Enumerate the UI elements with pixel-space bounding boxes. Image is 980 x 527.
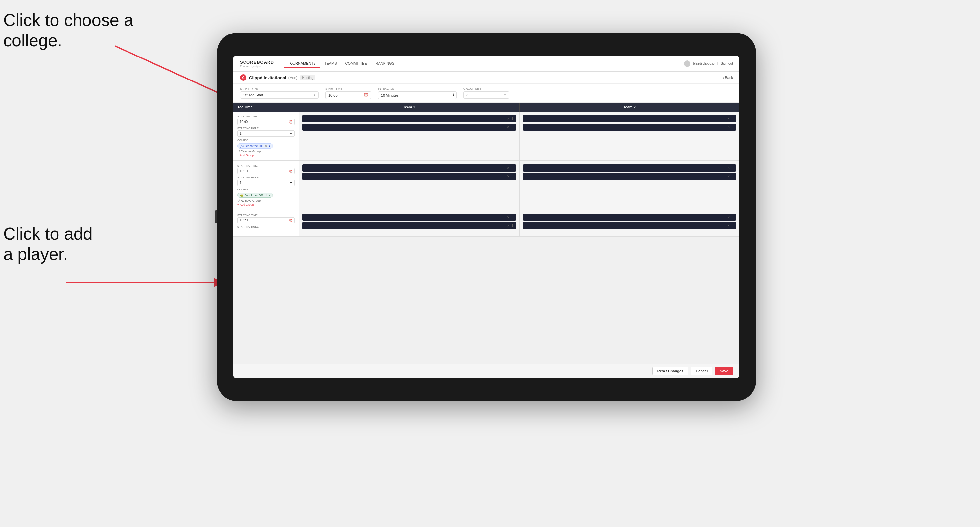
course-tag-2[interactable]: ⛳ East Lake GC ✕ ▼ (237, 192, 273, 198)
x-icon-3[interactable]: ✕ (727, 117, 730, 120)
course-tag-1[interactable]: (A) Peachtree GC ✕ ▼ (237, 143, 273, 149)
expand-icon-6[interactable]: ⋮ (511, 175, 514, 178)
tee-row-3: STARTING TIME: 10:20 ⏰ STARTING HOLE: ✕ … (233, 210, 740, 237)
col-team2: Team 2 (520, 103, 740, 112)
back-button[interactable]: ‹ Back (723, 76, 733, 79)
starting-time-label-1: STARTING TIME: (237, 115, 295, 118)
annotation-line4: a player. (3, 244, 68, 264)
x-icon-10[interactable]: ✕ (507, 224, 510, 227)
sign-out-link[interactable]: Sign out (721, 62, 733, 65)
info-icon: ℹ (453, 93, 454, 97)
tee-row-2: STARTING TIME: 10:10 ⏰ STARTING HOLE: 1 … (233, 161, 740, 210)
player-slot-6-1[interactable]: ✕ ⋮ (523, 214, 737, 221)
group-size-group: Group Size 3 ▼ (463, 87, 509, 99)
teams-area-1: ✕ ⋮ ✕ ⋮ ✕ ⋮ ✕ (299, 112, 740, 160)
expand-icon[interactable]: ⋮ (511, 117, 514, 120)
team1-col-1: ✕ ⋮ ✕ ⋮ (299, 112, 520, 160)
remove-group-2[interactable]: ↺Remove Group (237, 199, 295, 202)
nav-rankings[interactable]: RANKINGS (372, 59, 398, 68)
clock-icon-1: ⏰ (289, 120, 293, 124)
course-label-1: COURSE: (237, 139, 295, 141)
expand-icon-3[interactable]: ⋮ (731, 117, 734, 120)
player-slot-3-2[interactable]: ✕ ⋮ (302, 173, 516, 180)
player-slot-3-1[interactable]: ✕ ⋮ (302, 164, 516, 171)
starting-hole-select-2[interactable]: 1 ▼ (237, 180, 295, 186)
x-icon-5[interactable]: ✕ (507, 166, 510, 170)
annotation-line3: Click to add (3, 224, 93, 243)
chevron-course-2: ▼ (268, 194, 271, 197)
expand-icon-7[interactable]: ⋮ (731, 166, 734, 170)
x-icon[interactable]: ✕ (507, 117, 510, 120)
nav-right: blair@clippd.io | Sign out (684, 60, 733, 67)
expand-icon-12[interactable]: ⋮ (731, 224, 734, 227)
expand-icon-10[interactable]: ⋮ (511, 224, 514, 227)
start-type-select[interactable]: 1st Tee Start ▼ (240, 91, 319, 98)
starting-hole-label-3: STARTING HOLE: (237, 225, 295, 229)
x-icon-11[interactable]: ✕ (727, 216, 730, 219)
group-size-select[interactable]: 3 ▼ (463, 91, 509, 98)
add-group-1[interactable]: + Add Group (237, 154, 295, 157)
player-slot-5-2[interactable]: ✕ ⋮ (302, 222, 516, 229)
player-slot-1-1[interactable]: ✕ ⋮ (302, 115, 516, 122)
player-slot-2-1[interactable]: ✕ ⋮ (523, 115, 737, 122)
table-header: Tee Time Team 1 Team 2 (233, 103, 740, 112)
clock-icon-2: ⏰ (289, 170, 293, 173)
player-slot-4-1[interactable]: ✕ ⋮ (523, 164, 737, 171)
annotation-line2: college. (3, 31, 62, 50)
starting-hole-select-1[interactable]: 1 ▼ (237, 130, 295, 137)
x-icon-9[interactable]: ✕ (507, 216, 510, 219)
reset-button[interactable]: Reset Changes (652, 367, 688, 375)
starting-hole-label-2: STARTING HOLE: (237, 176, 295, 179)
remove-course-icon-1[interactable]: ✕ (264, 144, 267, 148)
expand-icon-5[interactable]: ⋮ (511, 166, 514, 170)
nav-teams[interactable]: TEAMS (320, 59, 341, 68)
intervals-group: Intervals 10 Minutes ℹ (378, 87, 457, 99)
starting-time-label-3: STARTING TIME: (237, 214, 295, 216)
tablet-device: SCOREBOARD Powered by clippd TOURNAMENTS… (217, 33, 756, 401)
starting-time-input-3[interactable]: 10:20 ⏰ (237, 217, 295, 224)
x-icon-6[interactable]: ✕ (507, 175, 510, 178)
brand-subtitle: Powered by clippd (240, 65, 274, 68)
start-type-group: Start Type 1st Tee Start ▼ (240, 87, 319, 99)
remove-group-1[interactable]: ↺Remove Group (237, 150, 295, 153)
nav-tournaments[interactable]: TOURNAMENTS (284, 59, 320, 68)
player-slot-4-2[interactable]: ✕ ⋮ (523, 173, 737, 180)
form-row: Start Type 1st Tee Start ▼ Start Time 10… (233, 84, 740, 103)
intervals-select[interactable]: 10 Minutes ℹ (378, 91, 457, 99)
cancel-button[interactable]: Cancel (691, 367, 713, 375)
remove-course-icon-2[interactable]: ✕ (264, 194, 267, 197)
course-label-2: COURSE: (237, 188, 295, 191)
main-content: STARTING TIME: 10:00 ⏰ STARTING HOLE: 1 … (233, 112, 740, 364)
start-time-input[interactable]: 10:00 ⏰ (325, 91, 371, 99)
x-icon-4[interactable]: ✕ (727, 125, 730, 129)
expand-icon-4[interactable]: ⋮ (731, 125, 734, 129)
add-group-2[interactable]: + Add Group (237, 203, 295, 206)
start-type-label: Start Type (240, 87, 319, 90)
x-icon-12[interactable]: ✕ (727, 224, 730, 227)
tee-left-1: STARTING TIME: 10:00 ⏰ STARTING HOLE: 1 … (233, 112, 299, 160)
x-icon-8[interactable]: ✕ (727, 175, 730, 178)
expand-icon-9[interactable]: ⋮ (511, 216, 514, 219)
starting-time-input-1[interactable]: 10:00 ⏰ (237, 119, 295, 125)
expand-icon-11[interactable]: ⋮ (731, 216, 734, 219)
brand: SCOREBOARD Powered by clippd (240, 60, 274, 68)
x-icon-2[interactable]: ✕ (507, 125, 510, 129)
player-slot-5-1[interactable]: ✕ ⋮ (302, 214, 516, 221)
player-slot-1-2[interactable]: ✕ ⋮ (302, 124, 516, 131)
expand-icon-8[interactable]: ⋮ (731, 175, 734, 178)
page-subtitle: (Men) (288, 76, 298, 79)
annotation-add-player: Click to add a player. (3, 224, 93, 265)
nav-committee[interactable]: COMMITTEE (342, 59, 371, 68)
save-button[interactable]: Save (715, 367, 733, 375)
navbar: SCOREBOARD Powered by clippd TOURNAMENTS… (233, 56, 740, 71)
user-email: blair@clippd.io (693, 62, 715, 65)
player-slot-2-2[interactable]: ✕ ⋮ (523, 124, 737, 131)
starting-time-input-2[interactable]: 10:10 ⏰ (237, 168, 295, 174)
intervals-label: Intervals (378, 87, 457, 90)
team1-col-3: ✕ ⋮ ✕ ⋮ (299, 210, 520, 236)
player-slot-6-2[interactable]: ✕ ⋮ (523, 222, 737, 229)
teams-area-2: ✕ ⋮ ✕ ⋮ ✕ ⋮ ✕ (299, 161, 740, 210)
expand-icon-2[interactable]: ⋮ (511, 125, 514, 129)
clock-icon: ⏰ (364, 93, 368, 97)
x-icon-7[interactable]: ✕ (727, 166, 730, 170)
